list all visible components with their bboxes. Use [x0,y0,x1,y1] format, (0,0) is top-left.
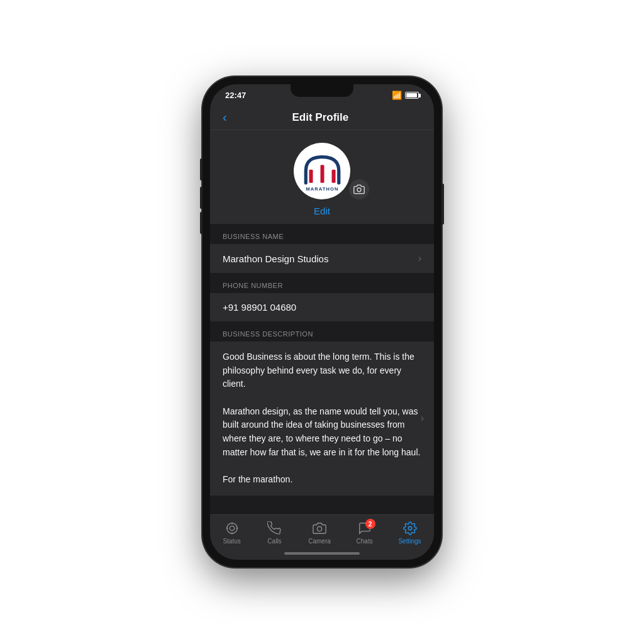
svg-rect-0 [309,170,313,183]
description-chevron: › [421,413,424,424]
tab-calls[interactable]: Calls [266,520,282,545]
description-label: BUSINESS DESCRIPTION [210,321,434,341]
svg-point-12 [317,526,321,531]
tab-chats[interactable]: 2 Chats [357,520,373,545]
status-icon [224,520,240,536]
back-button[interactable]: ‹ [223,110,227,125]
page-title: Edit Profile [232,111,409,124]
settings-tab-label: Settings [398,538,421,545]
change-photo-button[interactable] [349,179,369,199]
description-row[interactable]: Good Business is about the long term. Th… [210,341,434,496]
tab-settings[interactable]: Settings [398,520,421,545]
svg-rect-1 [331,170,335,183]
camera-icon [353,184,365,195]
edit-photo-link[interactable]: Edit [314,206,330,216]
tab-status[interactable]: Status [223,520,240,545]
phone-notch [291,84,353,97]
phone-frame: 22:47 📶 ‹ Edit Profile [203,77,441,567]
wifi-icon: 📶 [392,91,402,100]
settings-icon [402,520,418,536]
tab-camera[interactable]: Camera [308,520,331,545]
chats-badge: 2 [365,519,375,529]
chats-icon: 2 [357,520,373,536]
business-name-label: BUSINESS NAME [210,224,434,244]
phone-value: +91 98901 04680 [223,302,421,313]
phone-row: +91 98901 04680 [210,293,434,321]
camera-tab-label: Camera [308,538,331,545]
business-name-row[interactable]: Marathon Design Studios › [210,244,434,273]
phone-label: PHONE NUMBER [210,273,434,293]
camera-tab-icon [311,520,328,536]
home-indicator [210,547,434,560]
svg-point-13 [408,526,412,530]
chats-tab-label: Chats [357,538,373,545]
business-name-chevron: › [418,253,421,264]
description-text: Good Business is about the long term. Th… [223,350,421,487]
calls-icon [266,520,282,536]
nav-bar: ‹ Edit Profile [210,104,434,130]
svg-point-7 [230,526,234,530]
calls-tab-label: Calls [267,538,281,545]
battery-fill [406,93,417,97]
avatar-container: MARATHON DESIGN STUDIOS [294,143,350,199]
status-tab-label: Status [223,538,240,545]
status-time: 22:47 [225,91,246,100]
logo-svg: MARATHON DESIGN STUDIOS [299,149,346,193]
svg-rect-2 [320,165,324,183]
status-icons: 📶 [392,91,419,100]
avatar: MARATHON DESIGN STUDIOS [294,143,350,199]
business-name-value: Marathon Design Studios [223,253,418,264]
tab-bar: Status Calls Camera [210,514,434,547]
svg-point-5 [357,188,361,192]
content-area: BUSINESS NAME Marathon Design Studios › … [210,224,434,514]
phone-screen: 22:47 📶 ‹ Edit Profile [210,84,434,560]
svg-text:MARATHON: MARATHON [306,186,338,192]
svg-text:DESIGN STUDIOS: DESIGN STUDIOS [308,192,336,194]
svg-point-6 [226,523,237,534]
battery-icon [405,92,419,99]
home-bar [284,552,360,555]
profile-section: MARATHON DESIGN STUDIOS Edit [210,130,434,224]
